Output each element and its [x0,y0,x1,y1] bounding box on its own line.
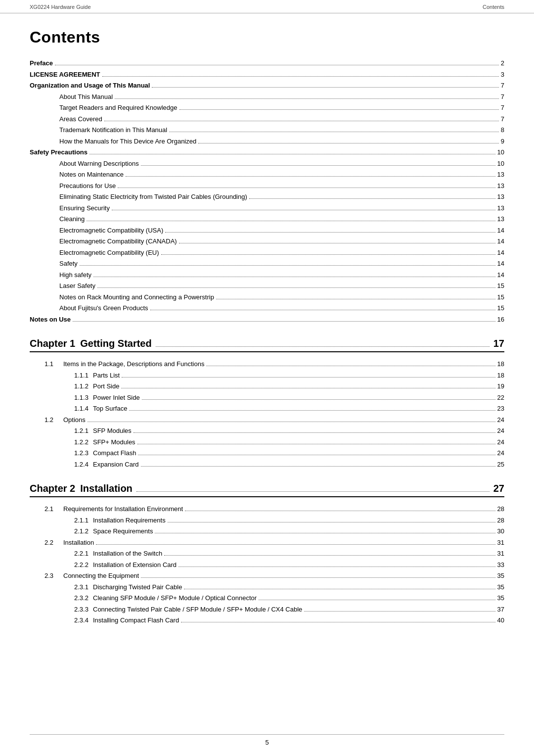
toc-entry: Cleaning13 [30,214,504,224]
toc-page: 9 [501,137,504,146]
section-page: 18 [497,359,504,369]
toc-dots [152,87,498,88]
toc-page: 7 [501,92,504,102]
section-entry: 1.2Options24 [30,415,504,425]
toc-dots [87,221,495,221]
section-num: 1.2 [44,415,63,425]
section-page: 24 [497,415,504,425]
toc-label: Eliminating Static Electricity from Twis… [59,192,247,202]
section-num: 1.1 [44,359,63,369]
subsection-entry: 2.3.2Cleaning SFP Module / SFP+ Module /… [30,593,504,603]
toc-dots [138,455,495,455]
section-entry: 1.1Items in the Package, Descriptions an… [30,359,504,369]
toc-page: 14 [497,270,504,280]
toc-dots [115,98,499,99]
toc-page: 7 [501,81,504,91]
toc-dots [118,188,495,188]
chapters-toc-section: Chapter 1Getting Started171.1Items in th… [30,338,504,625]
toc-dots [121,388,495,388]
toc-dots [93,277,495,277]
toc-dots [198,143,499,143]
subsection-label: Port Side [93,381,119,391]
toc-dots [89,154,495,154]
toc-dots [259,600,495,600]
section-entry: 2.2Installation31 [30,538,504,548]
toc-label: Electromagnetic Compatibility (CANADA) [59,236,177,246]
toc-entry: Ensuring Security13 [30,203,504,213]
toc-entry: Precautions for Use13 [30,181,504,191]
toc-page: 13 [497,214,504,224]
top-toc-section: Preface2LICENSE AGREEMENT3Organization a… [30,58,504,324]
subsection-label: Discharging Twisted Pair Cable [93,582,182,592]
subsection-num: 2.1.2 [74,526,93,536]
header-right: Contents [483,4,504,10]
subsection-label: Top Surface [93,404,127,414]
subsection-num: 2.3.3 [74,605,93,614]
chapter-title: Getting Started [80,338,151,349]
subsection-label: Connecting Twisted Pair Cable / SFP Modu… [93,605,302,614]
toc-dots [104,121,499,121]
section-label: Connecting the Equipment [63,571,139,581]
toc-page: 2 [501,58,504,68]
toc-dots [179,109,499,110]
section-num: 2.2 [44,538,63,548]
section-label: Options [63,415,86,425]
subsection-num: 2.2.1 [74,549,93,559]
subsection-label: Installation Requirements [93,516,166,525]
subsection-entry: 1.2.1SFP Modules24 [30,426,504,436]
toc-dots [161,254,495,255]
subsection-page: 24 [497,437,504,447]
toc-label: About This Manual [59,92,113,102]
toc-label: Preface [30,58,53,68]
subsection-page: 18 [497,371,504,380]
toc-entry: Notes on Maintenance13 [30,170,504,180]
toc-dots [137,444,495,444]
toc-entry: Safety Precautions10 [30,147,504,157]
toc-label: Notes on Maintenance [59,170,124,180]
toc-label: Organization and Usage of This Manual [30,81,150,91]
subsection-page: 35 [497,593,504,603]
toc-dots [88,422,495,422]
subsection-page: 33 [497,560,504,570]
toc-entry: Areas Covered7 [30,114,504,124]
subsection-entry: 1.2.2SFP+ Modules24 [30,437,504,447]
toc-dots [185,511,495,511]
toc-entry: Eliminating Static Electricity from Twis… [30,192,504,202]
section-num: 2.1 [44,504,63,514]
toc-label: About Warning Descriptions [59,159,139,169]
toc-dots [126,176,495,177]
chapter-title: Installation [80,483,133,494]
header-left: XG0224 Hardware Guide [30,4,91,10]
subsection-num: 2.3.2 [74,593,93,603]
toc-entry: LICENSE AGREEMENT3 [30,70,504,80]
section-entry: 2.1Requirements for Installation Environ… [30,504,504,514]
subsection-num: 1.1.2 [74,381,93,391]
toc-label: Electromagnetic Compatibility (EU) [59,248,159,258]
subsection-label: Cleaning SFP Module / SFP+ Module / Opti… [93,593,257,603]
toc-dots [142,399,495,400]
subsection-num: 1.1.1 [74,371,93,380]
toc-dots [141,577,495,578]
toc-label: Safety Precautions [30,147,88,157]
toc-dots [164,555,495,556]
toc-label: Areas Covered [59,114,102,124]
subsection-num: 2.1.1 [74,516,93,525]
subsection-page: 40 [497,615,504,625]
toc-page: 13 [497,170,504,180]
subsection-label: Expansion Card [93,460,139,470]
subsection-label: Space Requirements [93,526,153,536]
toc-dots [216,299,495,299]
subsection-entry: 2.2.2Installation of Extension Card33 [30,560,504,570]
subsection-num: 1.1.3 [74,393,93,403]
toc-label: Precautions for Use [59,181,116,191]
toc-page: 10 [497,147,504,157]
toc-entry: Preface2 [30,58,504,68]
subsection-page: 28 [497,516,504,525]
toc-page: 7 [501,103,504,113]
toc-entry: How the Manuals for This Device Are Orga… [30,137,504,146]
chapter-page: 17 [493,338,504,349]
toc-entry: Notes on Rack Mounting and Connecting a … [30,292,504,302]
subsection-page: 30 [497,526,504,536]
toc-dots [169,132,499,132]
subsection-entry: 1.1.4Top Surface23 [30,404,504,414]
